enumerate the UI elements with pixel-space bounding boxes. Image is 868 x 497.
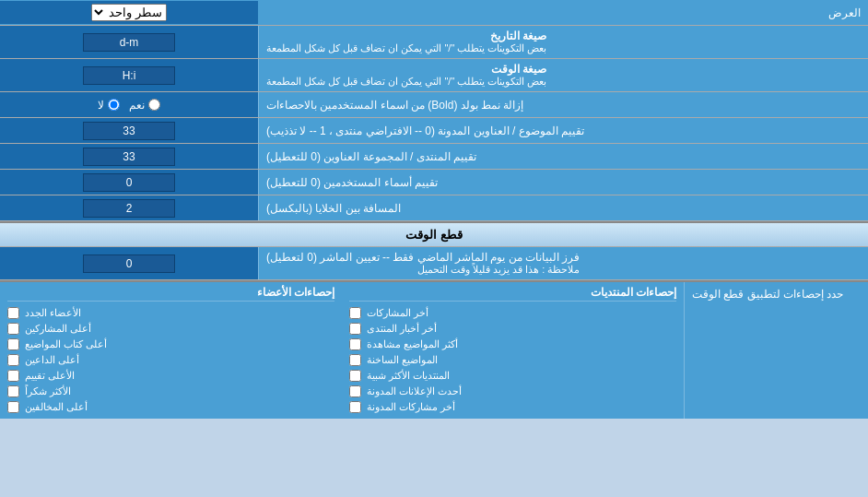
row-cutoff-days: فرز البيانات من يوم الماشر الماضي فقط --… (0, 247, 868, 280)
bold-radio-group: نعم لا (98, 99, 160, 112)
checkbox-last-posts[interactable] (349, 307, 361, 319)
stats-columns: إحصاءات المنتديات أخر المشاركات أخر أخبا… (0, 282, 684, 419)
checkbox-top-violators[interactable] (7, 401, 19, 413)
stats-label: حدد إحصاءات لتطبيق قطع الوقت (684, 282, 868, 419)
stats-col-members: إحصاءات الأعضاء الأعضاء الجدد أعلى المشا… (0, 282, 342, 419)
stats-item-most-thanked: الأكثر شكراً (7, 384, 334, 399)
cell-spacing-input[interactable] (83, 199, 175, 218)
cutoff-days-label: فرز البيانات من يوم الماشر الماضي فقط --… (258, 247, 868, 279)
row-date-format: صيغة التاريخ بعض التكوينات يتطلب "/" الت… (0, 26, 868, 59)
forum-order-label: تقييم المنتدى / المجموعة العناوين (0 للت… (258, 144, 868, 169)
display-select[interactable]: سطر واحد سطران ثلاثة أسطر (91, 4, 167, 21)
cell-spacing-text: المسافة بين الخلايا (بالبكسل) (266, 202, 401, 215)
cell-spacing-input-container (0, 195, 258, 220)
checkbox-new-members[interactable] (7, 307, 19, 319)
stats-item-top-violators: أعلى المخالفين (7, 399, 334, 415)
cutoff-days-input[interactable] (83, 254, 175, 273)
usernames-order-text: تقييم أسماء المستخدمين (0 للتعطيل) (266, 176, 438, 189)
stats-item-similar-forums: المنتديات الأكثر شبية (349, 368, 676, 384)
usernames-order-input-container (0, 170, 258, 195)
stats-item-top-rated: الأعلى تقييم (7, 368, 334, 384)
checkbox-blog-posts[interactable] (349, 401, 361, 413)
topic-order-label: تقييم الموضوع / العناوين المدونة (0 -- ا… (258, 118, 868, 143)
cutoff-section-title: قطع الوقت (405, 228, 463, 242)
cutoff-section-header: قطع الوقت (0, 221, 868, 247)
date-format-input[interactable] (83, 33, 175, 52)
time-format-desc: بعض التكوينات يتطلب "/" التي يمكن ان تضا… (266, 76, 546, 88)
stats-section: حدد إحصاءات لتطبيق قطع الوقت إحصاءات الم… (0, 280, 868, 419)
checkbox-announcements[interactable] (349, 385, 361, 397)
date-format-label: صيغة التاريخ بعض التكوينات يتطلب "/" الت… (258, 26, 868, 58)
topic-order-input-container (0, 118, 258, 143)
row-bold-remove: إزالة نمط بولد (Bold) من اسماء المستخدمي… (0, 92, 868, 118)
time-format-title: صيغة الوقت (266, 63, 546, 76)
stats-item-top-topic-writers: أعلى كتاب المواضيع (7, 337, 334, 352)
checkbox-top-rated[interactable] (7, 370, 19, 382)
forum-order-input[interactable] (83, 148, 175, 166)
bold-remove-label: إزالة نمط بولد (Bold) من اسماء المستخدمي… (258, 92, 868, 117)
cutoff-days-text: فرز البيانات من يوم الماشر الماضي فقط --… (266, 251, 580, 264)
display-input-container: سطر واحد سطران ثلاثة أسطر (0, 1, 258, 24)
date-format-desc: بعض التكوينات يتطلب "/" التي يمكن ان تضا… (266, 42, 546, 54)
checkbox-most-viewed[interactable] (349, 338, 361, 350)
time-format-label: صيغة الوقت بعض التكوينات يتطلب "/" التي … (258, 59, 868, 91)
time-format-input-container (0, 59, 258, 91)
checkbox-top-posters[interactable] (7, 323, 19, 335)
forum-order-text: تقييم المنتدى / المجموعة العناوين (0 للت… (266, 150, 476, 163)
checkbox-similar-forums[interactable] (349, 370, 361, 382)
stats-item-top-inviters: أعلى الداعين (7, 352, 334, 368)
checkbox-most-thanked[interactable] (7, 385, 19, 397)
stats-item-new-members: الأعضاء الجدد (7, 305, 334, 321)
checkbox-hot-topics[interactable] (349, 354, 361, 366)
display-label: العرض (258, 3, 868, 23)
bold-radio-yes-label[interactable]: نعم (129, 99, 160, 112)
stats-item-blog-posts: أخر مشاركات المدونة (349, 399, 676, 415)
stats-item-announcements: أحدث الإعلانات المدونة (349, 384, 676, 399)
stats-members-title: إحصاءات الأعضاء (7, 286, 334, 302)
row-display: العرض سطر واحد سطران ثلاثة أسطر (0, 0, 868, 26)
main-container: العرض سطر واحد سطران ثلاثة أسطر صيغة الت… (0, 0, 868, 419)
forum-order-input-container (0, 144, 258, 169)
stats-col-forums: إحصاءات المنتديات أخر المشاركات أخر أخبا… (342, 282, 684, 419)
date-format-input-container (0, 26, 258, 58)
row-usernames-order: تقييم أسماء المستخدمين (0 للتعطيل) (0, 170, 868, 195)
stats-item-most-viewed: أكثر المواضيع مشاهدة (349, 337, 676, 352)
stats-label-text: حدد إحصاءات لتطبيق قطع الوقت (692, 288, 843, 301)
time-format-input[interactable] (83, 66, 175, 85)
checkbox-top-inviters[interactable] (7, 354, 19, 366)
cutoff-days-note: ملاحظة : هذا قد يزيد قليلاً وقت التحميل (266, 264, 580, 276)
checkbox-top-topic-writers[interactable] (7, 338, 19, 350)
row-forum-order: تقييم المنتدى / المجموعة العناوين (0 للت… (0, 144, 868, 170)
bold-radio-no-label[interactable]: لا (98, 99, 120, 112)
bold-remove-text: إزالة نمط بولد (Bold) من اسماء المستخدمي… (266, 99, 523, 112)
stats-item-hot-topics: المواضيع الساخنة (349, 352, 676, 368)
cutoff-days-input-container (0, 247, 258, 279)
row-time-format: صيغة الوقت بعض التكوينات يتطلب "/" التي … (0, 59, 868, 92)
usernames-order-label: تقييم أسماء المستخدمين (0 للتعطيل) (258, 170, 868, 195)
cell-spacing-label: المسافة بين الخلايا (بالبكسل) (258, 195, 868, 220)
stats-item-last-posts: أخر المشاركات (349, 305, 676, 321)
date-format-title: صيغة التاريخ (266, 30, 546, 42)
usernames-order-input[interactable] (83, 173, 175, 192)
topic-order-input[interactable] (83, 122, 175, 140)
topic-order-text: تقييم الموضوع / العناوين المدونة (0 -- ا… (266, 124, 584, 137)
bold-remove-input-container: نعم لا (0, 92, 258, 117)
stats-item-top-posters: أعلى المشاركين (7, 321, 334, 337)
row-topic-order: تقييم الموضوع / العناوين المدونة (0 -- ا… (0, 118, 868, 144)
row-cell-spacing: المسافة بين الخلايا (بالبكسل) (0, 195, 868, 221)
bold-radio-no[interactable] (108, 99, 120, 111)
bold-radio-yes[interactable] (148, 99, 160, 111)
stats-item-forum-news: أخر أخبار المنتدى (349, 321, 676, 337)
stats-forums-title: إحصاءات المنتديات (349, 286, 676, 302)
checkbox-forum-news[interactable] (349, 323, 361, 335)
